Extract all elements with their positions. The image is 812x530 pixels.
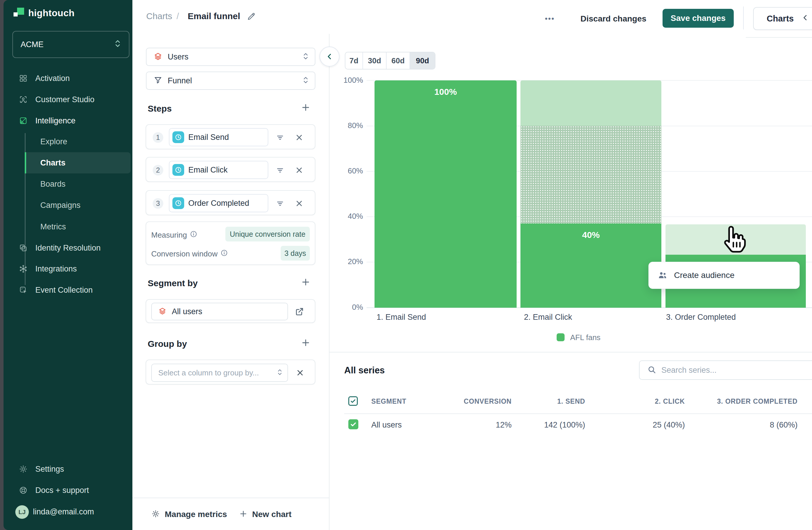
parent-model-select[interactable]: Users (146, 48, 315, 66)
manage-metrics-button[interactable]: Manage metrics (165, 510, 227, 519)
edit-title-icon[interactable] (247, 12, 256, 23)
legend-label[interactable]: AFL fans (570, 333, 600, 342)
save-changes-button[interactable]: Save changes (663, 9, 734, 28)
sidebar-item-label: Charts (40, 158, 66, 168)
range-90d[interactable]: 90d (410, 52, 435, 69)
sidebar-item-event-collection[interactable]: Event Collection (3, 279, 132, 301)
conversion-window-value-pill[interactable]: 3 days (281, 246, 310, 261)
sidebar-item-intelligence[interactable]: Intelligence (3, 110, 132, 131)
select-all-checkbox[interactable] (348, 396, 358, 406)
column-header-send[interactable]: 1. SEND (526, 398, 585, 405)
search-series-box (639, 360, 812, 380)
measuring-value-pill[interactable]: Unique conversion rate (226, 227, 310, 241)
sidebar-item-settings[interactable]: Settings (3, 458, 132, 480)
search-icon (647, 365, 656, 375)
table-divider (344, 414, 812, 414)
sidebar-item-label: Boards (40, 180, 66, 189)
info-icon[interactable] (190, 230, 198, 240)
remove-step-icon[interactable] (295, 133, 304, 143)
plus-icon (239, 510, 248, 519)
add-group-button[interactable] (301, 338, 311, 349)
all-series-heading: All series (344, 365, 385, 376)
event-clock-icon (172, 164, 184, 176)
group-by-select[interactable]: Select a column to group by... (151, 364, 288, 382)
column-header-order-completed[interactable]: 3. ORDER COMPLETED (709, 398, 798, 405)
avatar[interactable]: LJ (15, 505, 29, 519)
y-tick: 40% (338, 212, 363, 221)
chart-type-select[interactable]: Funnel (146, 72, 315, 90)
external-link-icon[interactable] (294, 306, 305, 318)
step-event-select[interactable]: Email Send (169, 128, 268, 147)
filter-icon[interactable] (276, 199, 285, 209)
column-header-click[interactable]: 2. CLICK (626, 398, 685, 405)
more-menu-button[interactable]: ••• (545, 14, 554, 23)
row-segment: All users (371, 420, 402, 430)
model-stack-icon (158, 307, 166, 316)
charts-panel-toggle-button[interactable]: Charts (753, 7, 812, 30)
segment-by-heading: Segment by (148, 278, 198, 288)
step-event-select[interactable]: Order Completed (169, 194, 268, 212)
y-tick: 80% (338, 121, 363, 130)
brand-name: hightouch (28, 8, 74, 18)
sidebar-item-campaigns[interactable]: Campaigns (3, 195, 132, 216)
sidebar-item-docs-support[interactable]: Docs + support (3, 480, 132, 501)
create-audience-menu[interactable]: Create audience (649, 262, 800, 289)
workspace-select[interactable]: ACME (12, 31, 129, 58)
range-30d[interactable]: 30d (363, 52, 387, 69)
sidebar-item-charts[interactable]: Charts (3, 152, 132, 173)
sidebar-item-explore[interactable]: Explore (3, 131, 132, 152)
info-icon[interactable] (220, 249, 228, 259)
discard-changes-button[interactable]: Discard changes (580, 14, 647, 24)
search-series-input[interactable] (661, 365, 792, 375)
step-event-name: Email Send (188, 133, 229, 142)
measuring-card: Measuring Unique conversion rate Convers… (146, 221, 315, 265)
event-clock-icon (172, 197, 184, 209)
funnel-step-card: 3 Order Completed (146, 190, 315, 215)
column-header-conversion[interactable]: CONVERSION (453, 398, 512, 405)
step-number: 2 (153, 165, 163, 176)
funnel-bar-email-click[interactable]: 40% (520, 223, 661, 308)
filter-icon[interactable] (276, 166, 285, 176)
integrations-icon (19, 264, 28, 273)
range-7d[interactable]: 7d (345, 52, 363, 69)
right-drawer-border (746, 37, 812, 38)
collapse-panel-button[interactable] (319, 46, 339, 67)
funnel-bar-email-click-dropoff[interactable] (520, 126, 661, 223)
chevron-updown-icon (114, 39, 121, 50)
sidebar: hightouch ACME Activation Customer Studi… (3, 0, 132, 530)
sidebar-item-customer-studio[interactable]: Customer Studio (3, 89, 132, 110)
model-stack-icon (154, 52, 162, 62)
sidebar-item-activation[interactable]: Activation (3, 68, 132, 89)
conversion-window-label-row: Conversion window (151, 249, 228, 259)
chevron-updown-icon (302, 76, 309, 86)
bar-value-label: 40% (520, 230, 661, 240)
lifebuoy-icon (19, 486, 28, 495)
filter-icon[interactable] (276, 133, 285, 143)
sidebar-item-integrations[interactable]: Integrations (3, 258, 132, 279)
section-divider (330, 352, 812, 352)
sidebar-item-identity-resolution[interactable]: Identity Resolution (3, 237, 132, 259)
charts-panel-toggle-label: Charts (767, 14, 794, 24)
funnel-bar-email-send[interactable]: 100% (375, 80, 517, 308)
add-step-button[interactable] (301, 102, 311, 114)
hightouch-logo-icon (13, 7, 25, 19)
funnel-bar-email-click-carryover[interactable] (520, 80, 661, 126)
create-audience-label: Create audience (674, 270, 734, 280)
remove-step-icon[interactable] (295, 166, 304, 176)
clear-group-icon[interactable] (296, 368, 304, 378)
panel-footer (132, 498, 329, 530)
sidebar-item-metrics[interactable]: Metrics (3, 216, 132, 237)
add-segment-button[interactable] (301, 277, 311, 288)
breadcrumb-section[interactable]: Charts (146, 11, 172, 21)
step-event-select[interactable]: Email Click (169, 161, 268, 179)
user-email[interactable]: linda@email.com (33, 507, 94, 516)
remove-step-icon[interactable] (295, 199, 304, 209)
range-60d[interactable]: 60d (387, 52, 410, 69)
hand-cursor-icon (720, 224, 747, 255)
step-event-name: Email Click (188, 166, 228, 175)
column-header-segment[interactable]: SEGMENT (371, 398, 406, 405)
row-checkbox[interactable] (348, 419, 358, 429)
segment-select[interactable]: All users (151, 303, 288, 320)
sidebar-item-boards[interactable]: Boards (3, 173, 132, 195)
new-chart-button[interactable]: New chart (252, 510, 292, 519)
